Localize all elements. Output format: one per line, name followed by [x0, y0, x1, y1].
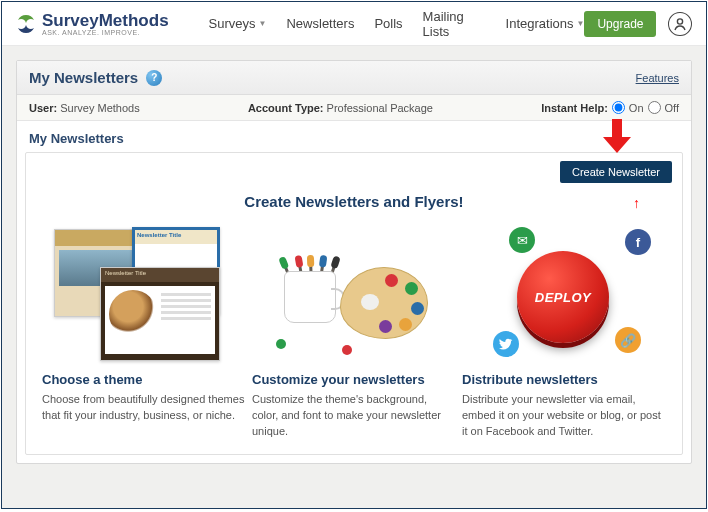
- logo-icon: [16, 14, 36, 34]
- feature-customize-desc: Customize the theme's background, color,…: [252, 392, 456, 440]
- user-icon: [673, 17, 687, 31]
- features-link[interactable]: Features: [636, 72, 679, 84]
- feature-themes-desc: Choose from beautifully designed themes …: [42, 392, 246, 424]
- section-title: My Newsletters: [29, 131, 124, 146]
- newsletters-panel: My Newsletters ? Features User: Survey M…: [16, 60, 692, 464]
- chevron-down-icon: ▼: [577, 19, 585, 28]
- twitter-icon: [493, 331, 519, 357]
- nav-mailing-lists[interactable]: Mailing Lists: [423, 9, 486, 39]
- instant-help-on-radio[interactable]: [612, 101, 625, 114]
- feature-distribute: ✉ f DEPLOY 🔗 Distribute newsletters Dist…: [462, 222, 666, 440]
- svg-rect-1: [612, 119, 622, 137]
- facebook-icon: f: [625, 229, 651, 255]
- account-menu[interactable]: [668, 12, 692, 36]
- arrow-up-icon: ↑: [633, 195, 640, 211]
- logo[interactable]: SurveyMethods ASK. ANALYZE. IMPROVE.: [16, 11, 169, 36]
- nav-surveys[interactable]: Surveys▼: [209, 9, 267, 39]
- account-type-label: Account Type:: [248, 102, 324, 114]
- svg-point-0: [678, 18, 683, 23]
- chevron-down-icon: ▼: [259, 19, 267, 28]
- mail-icon: ✉: [509, 227, 535, 253]
- feature-themes-title: Choose a theme: [42, 372, 246, 387]
- nav-integrations[interactable]: Integrations▼: [506, 9, 585, 39]
- user-value: Survey Methods: [60, 102, 139, 114]
- create-newsletter-button[interactable]: Create Newsletter: [560, 161, 672, 183]
- arrow-down-icon: [603, 119, 631, 153]
- deploy-illustration: ✉ f DEPLOY 🔗: [469, 227, 659, 357]
- feature-themes: Newsletter Title Newsletter Title Choose…: [42, 222, 246, 440]
- brand-name: SurveyMethods: [42, 11, 169, 31]
- nav-newsletters[interactable]: Newsletters: [286, 9, 354, 39]
- hero-title: Create Newsletters and Flyers!: [244, 193, 463, 210]
- instant-help-label: Instant Help:: [541, 102, 608, 114]
- page-title: My Newsletters: [29, 69, 138, 86]
- palette-illustration: [274, 227, 434, 357]
- user-label: User:: [29, 102, 57, 114]
- feature-distribute-title: Distribute newsletters: [462, 372, 666, 387]
- deploy-button-graphic: DEPLOY: [517, 251, 609, 343]
- feature-customize: Customize your newsletters Customize the…: [252, 222, 456, 440]
- themes-illustration: Newsletter Title Newsletter Title: [54, 227, 234, 357]
- account-type-value: Professional Package: [327, 102, 433, 114]
- top-nav: SurveyMethods ASK. ANALYZE. IMPROVE. Sur…: [2, 2, 706, 46]
- nav-polls[interactable]: Polls: [374, 9, 402, 39]
- instant-help-off-radio[interactable]: [648, 101, 661, 114]
- link-icon: 🔗: [615, 327, 641, 353]
- feature-distribute-desc: Distribute your newsletter via email, em…: [462, 392, 666, 440]
- help-icon[interactable]: ?: [146, 70, 162, 86]
- feature-customize-title: Customize your newsletters: [252, 372, 456, 387]
- upgrade-button[interactable]: Upgrade: [584, 11, 656, 37]
